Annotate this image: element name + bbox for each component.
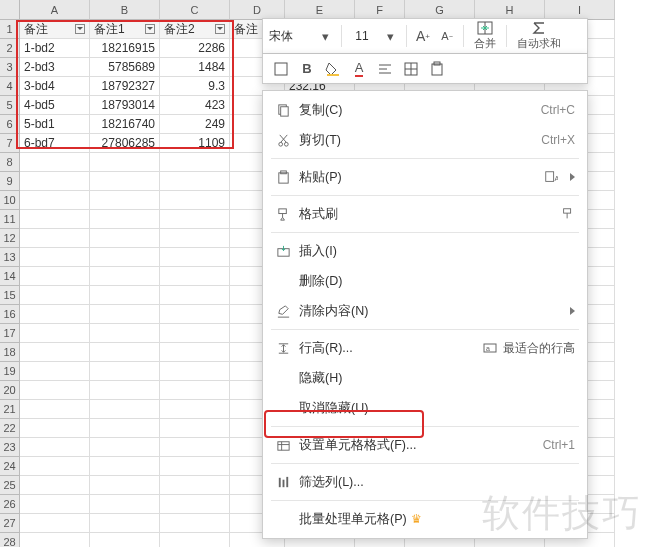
cell[interactable]: 18792327 (90, 77, 160, 96)
col-header[interactable]: E (285, 0, 355, 20)
cell[interactable] (160, 172, 230, 191)
cell[interactable] (160, 267, 230, 286)
row-header[interactable]: 27 (0, 514, 20, 533)
filter-dropdown-icon[interactable] (145, 24, 155, 34)
cell[interactable] (90, 305, 160, 324)
menu-insert[interactable]: 插入(I) (263, 236, 587, 266)
row-header[interactable]: 1 (0, 20, 20, 39)
cell[interactable]: 9.3 (160, 77, 230, 96)
filter-dropdown-icon[interactable] (75, 24, 85, 34)
cell[interactable]: 2-bd3 (20, 58, 90, 77)
row-header[interactable]: 28 (0, 533, 20, 547)
row-header[interactable]: 24 (0, 457, 20, 476)
cell[interactable] (20, 438, 90, 457)
cell[interactable]: 1109 (160, 134, 230, 153)
cell[interactable] (160, 191, 230, 210)
bold-icon[interactable]: B (297, 59, 317, 79)
cell[interactable] (90, 286, 160, 305)
cell[interactable] (20, 514, 90, 533)
col-header[interactable]: H (475, 0, 545, 20)
cell[interactable] (90, 172, 160, 191)
fill-color-icon[interactable] (323, 59, 343, 79)
row-header[interactable]: 10 (0, 191, 20, 210)
menu-clear[interactable]: 清除内容(N) (263, 296, 587, 326)
cell[interactable] (160, 476, 230, 495)
cell[interactable]: 18216740 (90, 115, 160, 134)
cell[interactable] (20, 153, 90, 172)
cell[interactable] (20, 495, 90, 514)
menu-unhide[interactable]: 取消隐藏(U) (263, 393, 587, 423)
cell[interactable] (90, 362, 160, 381)
col-header[interactable]: A (20, 0, 90, 20)
row-header[interactable]: 6 (0, 115, 20, 134)
row-header[interactable]: 22 (0, 419, 20, 438)
cell[interactable] (20, 362, 90, 381)
row-header[interactable]: 19 (0, 362, 20, 381)
font-color-icon[interactable]: A (349, 59, 369, 79)
select-all-corner[interactable] (0, 0, 20, 20)
cell[interactable]: 27806285 (90, 134, 160, 153)
menu-paste[interactable]: 粘贴(P) A (263, 162, 587, 192)
cell[interactable] (90, 324, 160, 343)
menu-hide[interactable]: 隐藏(H) (263, 363, 587, 393)
cell[interactable] (90, 267, 160, 286)
cell[interactable] (160, 286, 230, 305)
row-header[interactable]: 11 (0, 210, 20, 229)
cell[interactable] (160, 438, 230, 457)
cell[interactable]: 423 (160, 96, 230, 115)
cell[interactable] (160, 533, 230, 547)
cell[interactable] (20, 400, 90, 419)
font-size-select[interactable] (348, 25, 376, 47)
cell[interactable] (20, 286, 90, 305)
row-header[interactable]: 5 (0, 96, 20, 115)
cell[interactable] (160, 362, 230, 381)
cell[interactable]: 5-bd1 (20, 115, 90, 134)
cell[interactable] (90, 153, 160, 172)
border-icon[interactable] (271, 59, 291, 79)
menu-cut[interactable]: 剪切(T) Ctrl+X (263, 125, 587, 155)
cell[interactable] (90, 248, 160, 267)
dropdown-icon[interactable]: ▾ (315, 26, 335, 46)
cell[interactable]: 1-bd2 (20, 39, 90, 58)
menu-row-height[interactable]: 行高(R)... a最适合的行高 (263, 333, 587, 363)
cell[interactable] (20, 229, 90, 248)
format-painter-alt-icon[interactable] (561, 207, 575, 221)
cell[interactable]: 18793014 (90, 96, 160, 115)
cell[interactable] (160, 324, 230, 343)
paste-icon[interactable] (427, 59, 447, 79)
row-header[interactable]: 13 (0, 248, 20, 267)
cell[interactable] (90, 476, 160, 495)
menu-copy[interactable]: 复制(C) Ctrl+C (263, 95, 587, 125)
cell[interactable]: 备注 (20, 20, 90, 39)
merge-button[interactable]: 合并 (470, 20, 500, 52)
row-header[interactable]: 16 (0, 305, 20, 324)
decrease-font-icon[interactable]: A− (437, 26, 457, 46)
col-header[interactable]: B (90, 0, 160, 20)
cell[interactable] (20, 305, 90, 324)
cell[interactable]: 5785689 (90, 58, 160, 77)
cell[interactable] (90, 381, 160, 400)
cell[interactable] (160, 381, 230, 400)
cell[interactable] (20, 381, 90, 400)
cell[interactable]: 18216915 (90, 39, 160, 58)
row-header[interactable]: 25 (0, 476, 20, 495)
cell[interactable] (20, 457, 90, 476)
cell[interactable] (90, 438, 160, 457)
cell[interactable] (20, 533, 90, 547)
row-header[interactable]: 2 (0, 39, 20, 58)
menu-cell-format[interactable]: 设置单元格格式(F)... Ctrl+1 (263, 430, 587, 460)
autosum-button[interactable]: 自动求和 (513, 20, 565, 52)
cell[interactable] (160, 419, 230, 438)
row-header[interactable]: 20 (0, 381, 20, 400)
col-header[interactable]: G (405, 0, 475, 20)
cell[interactable] (90, 343, 160, 362)
cell[interactable] (20, 267, 90, 286)
menu-batch-cells[interactable]: 批量处理单元格(P)♛ (263, 504, 587, 534)
cell[interactable] (160, 248, 230, 267)
cell[interactable] (160, 495, 230, 514)
row-header[interactable]: 21 (0, 400, 20, 419)
cell[interactable]: 1484 (160, 58, 230, 77)
cell[interactable]: 备注1 (90, 20, 160, 39)
cell[interactable] (90, 495, 160, 514)
row-header[interactable]: 17 (0, 324, 20, 343)
